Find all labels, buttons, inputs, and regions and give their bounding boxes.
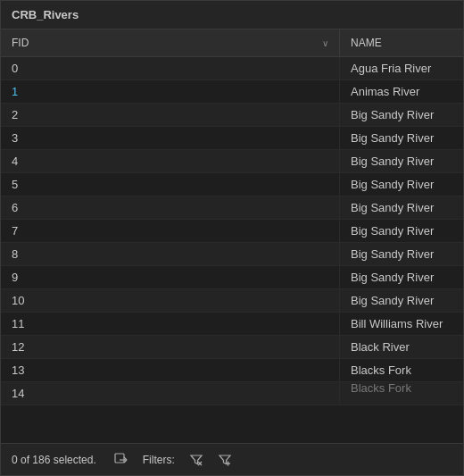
fid-cell: 8 xyxy=(1,243,340,265)
table-row[interactable]: 6Big Sandy River xyxy=(1,196,463,220)
table-row[interactable]: 2Big Sandy River xyxy=(1,104,463,127)
fid-cell: 3 xyxy=(1,127,340,149)
main-container: CRB_Rivers FID ∨ NAME 0Agua Fria River1A… xyxy=(0,0,464,476)
name-cell: Blacks Fork xyxy=(340,359,463,381)
fid-cell: 6 xyxy=(1,196,340,219)
name-cell: Big Sandy River xyxy=(340,289,463,312)
name-cell: Agua Fria River xyxy=(340,57,463,79)
selection-status: 0 of 186 selected. xyxy=(12,454,96,466)
fid-cell: 2 xyxy=(1,104,340,126)
table-row[interactable]: 0Agua Fria River xyxy=(1,57,463,80)
table-header: FID ∨ NAME xyxy=(1,29,463,57)
name-cell: Black River xyxy=(340,336,463,358)
window-title: CRB_Rivers xyxy=(1,1,463,29)
name-cell: Blacks Fork xyxy=(340,382,463,394)
name-cell: Big Sandy River xyxy=(340,196,463,219)
table-row[interactable]: 11Bill Williams River xyxy=(1,313,463,336)
table-row[interactable]: 14Blacks Fork xyxy=(1,382,463,405)
select-by-expression-icon[interactable] xyxy=(114,453,128,467)
fid-cell: 4 xyxy=(1,150,340,172)
svg-rect-0 xyxy=(115,454,124,463)
fid-cell: 14 xyxy=(1,382,340,405)
table-row[interactable]: 12Black River xyxy=(1,336,463,359)
filter-icon-1[interactable] xyxy=(189,453,203,467)
name-cell: Big Sandy River xyxy=(340,266,463,288)
table-row[interactable]: 4Big Sandy River xyxy=(1,150,463,173)
name-cell: Big Sandy River xyxy=(340,104,463,126)
fid-cell: 10 xyxy=(1,289,340,312)
name-cell: Big Sandy River xyxy=(340,220,463,242)
name-cell: Big Sandy River xyxy=(340,173,463,196)
fid-cell: 12 xyxy=(1,336,340,358)
table-row[interactable]: 8Big Sandy River xyxy=(1,243,463,266)
filters-label: Filters: xyxy=(143,454,175,466)
table-row[interactable]: 3Big Sandy River xyxy=(1,127,463,150)
fid-cell: 1 xyxy=(1,80,340,103)
name-cell: Big Sandy River xyxy=(340,127,463,149)
table-body[interactable]: 0Agua Fria River1Animas River2Big Sandy … xyxy=(1,57,463,443)
name-cell: Bill Williams River xyxy=(340,313,463,335)
fid-cell: 11 xyxy=(1,313,340,335)
fid-cell: 0 xyxy=(1,57,340,79)
fid-cell: 13 xyxy=(1,359,340,381)
fid-cell: 9 xyxy=(1,266,340,288)
name-cell: Animas River xyxy=(340,80,463,103)
table-row[interactable]: 9Big Sandy River xyxy=(1,266,463,289)
fid-column-header[interactable]: FID ∨ xyxy=(1,29,340,56)
table-row[interactable]: 13Blacks Fork xyxy=(1,359,463,382)
table-row[interactable]: 1Animas River xyxy=(1,80,463,104)
fid-cell: 7 xyxy=(1,220,340,242)
table-row[interactable]: 5Big Sandy River xyxy=(1,173,463,196)
status-bar: 0 of 186 selected. Filters: xyxy=(1,443,463,475)
table-row[interactable]: 10Big Sandy River xyxy=(1,289,463,313)
table-row[interactable]: 7Big Sandy River xyxy=(1,220,463,243)
name-cell: Big Sandy River xyxy=(340,150,463,172)
filter-icon-2[interactable] xyxy=(218,453,232,467)
fid-cell: 5 xyxy=(1,173,340,196)
table-wrapper: FID ∨ NAME 0Agua Fria River1Animas River… xyxy=(1,29,463,443)
sort-icon: ∨ xyxy=(322,38,328,48)
name-cell: Big Sandy River xyxy=(340,243,463,265)
name-column-header: NAME xyxy=(340,29,463,56)
